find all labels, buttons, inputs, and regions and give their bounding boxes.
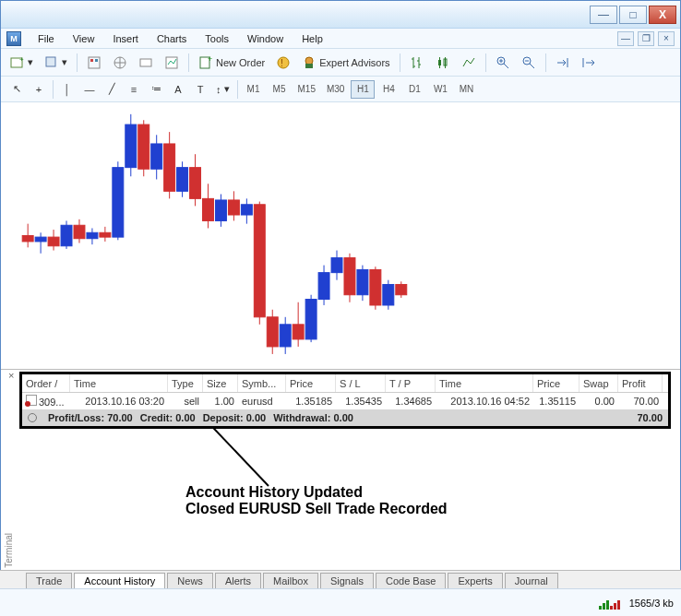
svg-rect-44 bbox=[177, 168, 188, 192]
tf-mn[interactable]: MN bbox=[454, 80, 478, 99]
tab-account-history[interactable]: Account History bbox=[74, 573, 165, 588]
minimize-button[interactable]: — bbox=[590, 6, 617, 24]
svg-rect-50 bbox=[215, 200, 226, 220]
close-button[interactable]: X bbox=[649, 6, 676, 24]
tab-alerts[interactable]: Alerts bbox=[215, 573, 261, 588]
tf-h4[interactable]: H4 bbox=[376, 80, 400, 99]
tf-m5[interactable]: M5 bbox=[268, 80, 292, 99]
col-time[interactable]: Time bbox=[70, 374, 168, 392]
candlestick-chart bbox=[1, 102, 680, 369]
autotrading-icon: ! bbox=[276, 55, 291, 70]
child-minimize-button[interactable]: — bbox=[617, 31, 634, 46]
profiles-icon bbox=[44, 55, 59, 70]
annotation-area: Account History Updated Closed EURUSD Se… bbox=[1, 429, 680, 553]
svg-rect-54 bbox=[241, 205, 252, 215]
tab-news[interactable]: News bbox=[167, 573, 213, 588]
vline-button[interactable]: │ bbox=[57, 79, 78, 100]
child-close-button[interactable]: × bbox=[658, 31, 675, 46]
col-order[interactable]: Order / bbox=[22, 374, 70, 392]
chart-area[interactable] bbox=[1, 102, 680, 370]
expert-advisors-icon bbox=[302, 55, 317, 70]
tf-m30[interactable]: M30 bbox=[322, 80, 349, 99]
zoom-out-button[interactable] bbox=[518, 53, 540, 73]
tab-signals[interactable]: Signals bbox=[320, 573, 374, 588]
channel-button[interactable]: ≡ bbox=[124, 79, 144, 100]
tf-w1[interactable]: W1 bbox=[428, 80, 452, 99]
svg-rect-68 bbox=[331, 258, 342, 273]
candle-chart-button[interactable] bbox=[432, 53, 454, 73]
new-order-button[interactable]: + New Order bbox=[195, 53, 269, 73]
expert-advisors-button[interactable]: Expert Advisors bbox=[298, 53, 393, 73]
order-icon bbox=[26, 395, 37, 406]
col-sl[interactable]: S / L bbox=[336, 374, 386, 392]
col-symbol[interactable]: Symb... bbox=[238, 374, 286, 392]
connection-bars-icon bbox=[599, 597, 620, 610]
menu-tools[interactable]: Tools bbox=[196, 30, 238, 47]
col-swap[interactable]: Swap bbox=[579, 374, 618, 392]
autoscroll-button[interactable] bbox=[552, 53, 574, 73]
zoom-in-button[interactable] bbox=[492, 53, 514, 73]
col-tp[interactable]: T / P bbox=[386, 374, 436, 392]
svg-rect-64 bbox=[305, 300, 317, 339]
label-icon: T bbox=[197, 84, 204, 95]
app-icon: M bbox=[6, 31, 21, 46]
window-titlebar: — □ X bbox=[1, 1, 680, 29]
tab-journal[interactable]: Journal bbox=[505, 573, 558, 588]
svg-rect-38 bbox=[138, 124, 149, 169]
tf-m15[interactable]: M15 bbox=[293, 80, 320, 99]
autotrading-button[interactable]: ! bbox=[272, 53, 294, 73]
arrows-button[interactable]: ↕▾ bbox=[212, 79, 233, 100]
col-profit[interactable]: Profit bbox=[618, 374, 663, 392]
arrows-icon: ↕ bbox=[216, 84, 221, 95]
tf-d1[interactable]: D1 bbox=[402, 80, 426, 99]
fibo-button[interactable]: ≔ bbox=[146, 79, 166, 100]
history-row[interactable]: 309... 2013.10.16 03:20 sell 1.00 eurusd… bbox=[22, 393, 668, 409]
summary-icon bbox=[28, 413, 37, 422]
chartshift-button[interactable] bbox=[578, 53, 600, 73]
menu-help[interactable]: Help bbox=[293, 30, 332, 47]
col-time2[interactable]: Time bbox=[436, 374, 533, 392]
annotation-line1: Account History Updated bbox=[185, 484, 448, 501]
col-price[interactable]: Price bbox=[286, 374, 336, 392]
col-size[interactable]: Size bbox=[203, 374, 238, 392]
text-button[interactable]: A bbox=[168, 79, 188, 100]
trendline-button[interactable]: ╱ bbox=[102, 79, 122, 100]
svg-rect-32 bbox=[100, 232, 111, 237]
child-restore-button[interactable]: ❐ bbox=[638, 31, 654, 46]
text-label-button[interactable]: T bbox=[190, 79, 210, 100]
tab-code-base[interactable]: Code Base bbox=[376, 573, 446, 588]
market-watch-button[interactable] bbox=[83, 53, 105, 73]
tab-trade[interactable]: Trade bbox=[26, 573, 72, 588]
tf-m1[interactable]: M1 bbox=[242, 80, 266, 99]
tab-mailbox[interactable]: Mailbox bbox=[263, 573, 318, 588]
summary-row: Profit/Loss: 70.00 Credit: 0.00 Deposit:… bbox=[22, 409, 668, 426]
panel-close-button[interactable]: × bbox=[8, 370, 14, 381]
maximize-button[interactable]: □ bbox=[619, 6, 647, 24]
col-price2[interactable]: Price bbox=[533, 374, 579, 392]
navigator-button[interactable] bbox=[109, 53, 131, 73]
tab-experts[interactable]: Experts bbox=[448, 573, 502, 588]
menu-charts[interactable]: Charts bbox=[148, 30, 196, 47]
menu-view[interactable]: View bbox=[64, 30, 104, 47]
menu-insert[interactable]: Insert bbox=[103, 30, 148, 47]
menu-file[interactable]: File bbox=[29, 30, 64, 47]
cursor-button[interactable]: ↖ bbox=[6, 79, 27, 100]
svg-rect-78 bbox=[396, 284, 407, 294]
channel-icon: ≡ bbox=[131, 84, 137, 95]
terminal-button[interactable] bbox=[135, 53, 157, 73]
drawing-toolbar: ↖ + │ — ╱ ≡ ≔ A T ↕▾ M1 M5 M15 M30 H1 H4… bbox=[1, 77, 680, 102]
line-chart-button[interactable] bbox=[458, 53, 480, 73]
strategy-tester-button[interactable] bbox=[161, 53, 183, 73]
hline-button[interactable]: — bbox=[79, 79, 100, 100]
bar-chart-button[interactable] bbox=[406, 53, 428, 73]
tf-h1[interactable]: H1 bbox=[351, 80, 375, 99]
new-chart-button[interactable]: +▾ bbox=[6, 53, 37, 73]
profiles-button[interactable]: ▾ bbox=[41, 53, 71, 73]
crosshair-button[interactable]: + bbox=[29, 79, 49, 100]
svg-rect-7 bbox=[140, 59, 151, 66]
menu-window[interactable]: Window bbox=[238, 30, 293, 47]
col-type[interactable]: Type bbox=[168, 374, 203, 392]
trendline-icon: ╱ bbox=[109, 83, 115, 95]
svg-rect-26 bbox=[61, 225, 72, 245]
svg-text:+: + bbox=[19, 55, 24, 64]
